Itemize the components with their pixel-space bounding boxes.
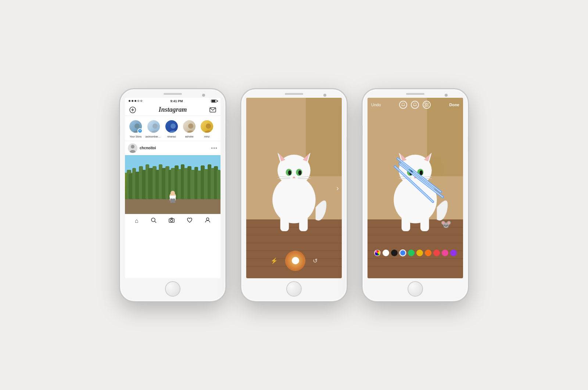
svg-rect-81 [299, 215, 308, 231]
post-user-row: chcnoitoi ••• [125, 141, 220, 155]
phone-top-1 [120, 89, 225, 95]
sticker-icon-circle[interactable] [399, 101, 407, 109]
story-label-ashoke: ashoke [185, 135, 194, 138]
dot-1 [129, 100, 130, 102]
heart-nav-icon[interactable] [187, 217, 193, 225]
svg-point-50 [171, 191, 175, 195]
svg-point-73 [288, 170, 291, 175]
svg-rect-48 [170, 198, 173, 203]
svg-point-6 [153, 124, 158, 129]
purple-swatch[interactable] [450, 250, 457, 256]
settings-icon-circle[interactable] [423, 101, 431, 109]
svg-point-55 [207, 218, 209, 220]
flash-icon[interactable]: ⚡ [270, 257, 278, 264]
svg-point-51 [151, 218, 155, 222]
profile-nav-icon[interactable] [205, 217, 211, 225]
camera-controls: ⚡ ↺ [246, 251, 342, 271]
inbox-icon[interactable] [209, 106, 217, 114]
svg-rect-119 [425, 105, 426, 107]
drawing-top-bar: Undo [368, 99, 463, 110]
red-swatch[interactable] [433, 250, 440, 256]
story-jacksonbarnett[interactable]: jacksonbarnett [146, 119, 162, 138]
phone-top-3 [363, 89, 468, 95]
story-your-story[interactable]: + Your Story [128, 119, 143, 138]
story-avatar-ninanyc [164, 119, 179, 134]
dot-5 [140, 100, 142, 102]
shutter-inner [292, 257, 299, 264]
camera-chevron-icon[interactable]: › [336, 184, 339, 192]
search-nav-icon[interactable] [151, 217, 157, 225]
shutter-button[interactable] [285, 251, 305, 271]
svg-rect-120 [427, 105, 429, 107]
story-label-ninanyc: ninanyc [167, 135, 176, 138]
add-story-icon[interactable] [129, 106, 137, 114]
phone-1-instagram-feed: 9:41 PM Instagram [119, 89, 226, 302]
orange-swatch[interactable] [425, 250, 431, 256]
home-button-3[interactable] [408, 281, 423, 297]
screen-camera: › ⚡ ↺ [246, 98, 342, 278]
done-button[interactable]: Done [449, 103, 459, 107]
home-button-2[interactable] [286, 281, 302, 297]
story-minz[interactable]: minz [199, 119, 215, 138]
home-button-1[interactable] [165, 281, 180, 297]
status-time: 9:41 PM [170, 99, 183, 103]
svg-point-15 [130, 150, 136, 153]
svg-rect-49 [173, 198, 175, 203]
svg-point-11 [187, 130, 195, 133]
svg-point-14 [131, 145, 135, 149]
status-battery [211, 100, 217, 103]
svg-point-12 [206, 124, 211, 129]
instagram-header: Instagram [125, 104, 220, 116]
screen-drawing: 🐭 Undo [368, 98, 463, 278]
phone-2-camera: › ⚡ ↺ [241, 89, 347, 302]
svg-point-7 [151, 130, 159, 133]
story-avatar-minz [199, 119, 215, 134]
story-label-minz: minz [204, 135, 210, 138]
post-username: chcnoitoi [140, 146, 211, 150]
undo-button[interactable]: Undo [371, 103, 381, 107]
drawing-top-icons [399, 101, 431, 109]
blue-swatch[interactable] [399, 250, 406, 256]
your-story-avatar: + [128, 119, 143, 134]
white-swatch[interactable] [383, 250, 389, 256]
bottom-nav: ⌂ [125, 214, 220, 228]
screen-feed: 9:41 PM Instagram [125, 98, 220, 278]
your-story-plus-icon: + [137, 128, 143, 133]
dot-3 [135, 100, 136, 102]
svg-point-54 [171, 219, 173, 222]
post-image-cactus [125, 155, 220, 214]
phone-speaker-2 [285, 93, 303, 95]
svg-text:🐭: 🐭 [441, 219, 452, 229]
instagram-logo: Instagram [158, 106, 187, 114]
flip-camera-icon[interactable]: ↺ [313, 257, 318, 264]
story-ashoke[interactable]: ashoke [182, 119, 197, 138]
phone-camera-dot-3 [445, 94, 448, 97]
svg-point-13 [204, 130, 212, 133]
svg-rect-106 [402, 215, 410, 231]
svg-point-74 [298, 170, 302, 175]
pink-swatch[interactable] [442, 250, 448, 256]
post-more-btn[interactable]: ••• [211, 145, 218, 151]
cactus-container [125, 162, 220, 214]
black-swatch[interactable] [391, 250, 398, 256]
story-ninanyc[interactable]: ninanyc [164, 119, 179, 138]
svg-point-9 [169, 130, 177, 133]
phone-speaker-1 [164, 93, 182, 95]
phone-speaker-3 [406, 93, 424, 95]
battery-fill [212, 100, 215, 102]
story-label-jacksonbarnett: jacksonbarnett [146, 135, 162, 138]
svg-point-8 [171, 124, 176, 129]
svg-rect-107 [420, 215, 429, 231]
camera-nav-icon[interactable] [169, 217, 175, 225]
yellow-swatch[interactable] [416, 250, 423, 256]
svg-point-10 [188, 124, 193, 129]
green-swatch[interactable] [408, 250, 415, 256]
phone-3-drawing: 🐭 Undo [362, 89, 469, 302]
emoji-icon-circle[interactable] [411, 101, 419, 109]
signal-dots [129, 100, 142, 102]
phone-camera-1 [202, 94, 205, 97]
svg-rect-117 [425, 103, 426, 104]
svg-point-100 [420, 170, 423, 175]
eyedropper-swatch[interactable] [374, 250, 381, 256]
home-nav-icon[interactable]: ⌂ [135, 218, 139, 224]
